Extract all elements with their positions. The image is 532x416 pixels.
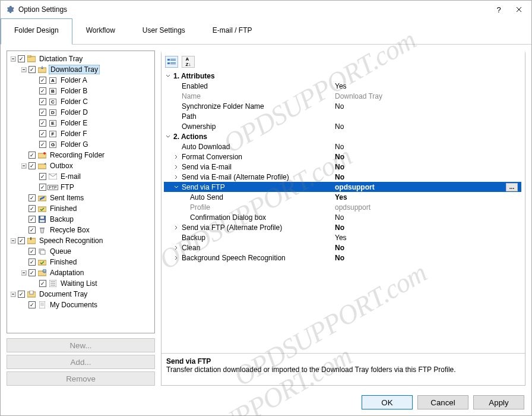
apply-button[interactable]: Apply [473,395,524,409]
property-value[interactable]: No [332,223,521,232]
help-button[interactable]: ? [489,2,509,17]
tree-item[interactable]: ✓My Documents [10,300,152,310]
property-row[interactable]: Auto DownloadNo [164,141,521,152]
property-value[interactable]: Download Tray [332,92,521,100]
property-value[interactable]: opdsupport... [332,183,521,191]
property-row[interactable]: OwnershipNo [164,121,521,131]
checkbox[interactable]: ✓ [28,162,36,169]
property-row[interactable]: Send via FTP (Alternate Profile)No [164,222,521,232]
property-value[interactable]: Yes [332,234,521,242]
property-row[interactable]: Send via E-mail (Alternate Profile)No [164,172,521,182]
chevron-right-icon[interactable] [172,174,180,181]
checkbox[interactable]: ✓ [28,259,36,266]
tree-item[interactable]: ✓Finished [10,257,152,267]
checkbox[interactable]: ✓ [18,237,25,244]
property-value[interactable]: No [332,153,521,161]
checkbox[interactable]: ✓ [28,248,36,255]
property-row[interactable]: Confirmation Dialog boxNo [164,212,521,222]
collapse-icon[interactable] [20,269,27,276]
property-row[interactable]: BackupYes [164,232,521,242]
property-row[interactable]: Format ConversionNo [164,152,521,162]
property-row[interactable]: Path [164,111,521,121]
checkbox[interactable]: ✓ [39,141,46,148]
checkbox[interactable]: ✓ [39,77,46,84]
property-row[interactable]: Synchronize Folder NameNo [164,101,521,111]
tree-item[interactable]: ✓GFolder G [10,139,152,150]
tree-item[interactable]: ✓Recording Folder [10,150,152,160]
property-row[interactable]: Background Speech RecognitionNo [164,253,521,263]
ellipsis-button[interactable]: ... [506,183,518,191]
collapse-icon[interactable] [10,55,17,62]
property-value[interactable]: No [332,122,521,131]
property-row[interactable]: Send via E-mailNo [164,162,521,172]
collapse-icon[interactable] [10,291,17,298]
chevron-right-icon[interactable] [172,224,180,231]
checkbox[interactable]: ✓ [39,87,46,94]
property-value[interactable]: No [332,254,521,262]
tree-item[interactable]: ✓BFolder B [10,86,152,96]
collapse-icon[interactable] [10,237,17,244]
property-category[interactable]: 1. Attributes [164,71,521,81]
property-value[interactable]: No [332,213,521,222]
property-value[interactable]: No [332,244,521,252]
tab-user-settings[interactable]: User Settings [129,18,199,44]
chevron-down-icon[interactable] [164,73,172,80]
collapse-icon[interactable] [20,162,27,169]
tree-item[interactable]: ✓Speech Recognition [10,235,152,246]
tree-item[interactable]: ✓Adaptation [10,267,152,278]
folder-tree[interactable]: ✓Dictation Tray✓Download Tray✓AFolder A✓… [7,51,155,333]
tree-item[interactable]: ✓Waiting List [10,278,152,289]
tab-workflow[interactable]: Workflow [72,18,129,44]
tree-item[interactable]: ✓E-mail [10,171,152,182]
checkbox[interactable]: ✓ [18,291,25,298]
tree-item[interactable]: ✓Recycle Box [10,225,152,235]
property-value[interactable]: No [332,102,521,111]
property-row[interactable]: Profileopdsupport [164,202,521,212]
checkbox[interactable]: ✓ [28,226,36,234]
property-row[interactable]: Auto SendYes [164,192,521,202]
property-value[interactable]: opdsupport [332,203,521,212]
property-value[interactable]: Yes [332,82,521,90]
tree-item[interactable]: ✓EFolder E [10,118,152,128]
property-row[interactable]: EnabledYes [164,81,521,91]
tree-item[interactable]: ✓AFolder A [10,75,152,86]
tree-item[interactable]: ✓Sent Items [10,193,152,203]
checkbox[interactable]: ✓ [39,119,46,127]
checkbox[interactable]: ✓ [28,66,36,73]
checkbox[interactable]: ✓ [39,98,46,105]
tree-item[interactable]: ✓Queue [10,246,152,257]
checkbox[interactable]: ✓ [18,55,25,62]
checkbox[interactable]: ✓ [28,269,36,276]
property-value[interactable]: No [332,173,521,181]
chevron-down-icon[interactable] [164,133,172,140]
chevron-right-icon[interactable] [172,163,180,171]
tree-item[interactable]: ✓CFolder C [10,96,152,107]
cancel-button[interactable]: Cancel [417,395,468,409]
tab-folder-design[interactable]: Folder Design [1,18,72,45]
property-value[interactable]: No [332,143,521,151]
tree-item[interactable]: ✓Dictation Tray [10,53,152,64]
tree-item[interactable]: ✓FFolder F [10,128,152,139]
chevron-right-icon[interactable] [172,254,180,261]
collapse-icon[interactable] [20,66,27,73]
tree-item[interactable]: ✓FTPFTP [10,182,152,193]
property-grid[interactable]: 1. AttributesEnabledYesNameDownload Tray… [162,70,525,353]
chevron-right-icon[interactable] [172,153,180,160]
checkbox[interactable]: ✓ [28,152,36,159]
checkbox[interactable]: ✓ [28,205,36,212]
checkbox[interactable]: ✓ [28,301,36,308]
checkbox[interactable]: ✓ [28,194,36,201]
chevron-down-icon[interactable] [172,184,180,191]
tab-email-ftp[interactable]: E-mail / FTP [199,18,266,44]
categorized-button[interactable] [165,56,178,68]
checkbox[interactable]: ✓ [39,280,46,287]
alphabetical-button[interactable]: AZ↓ [182,56,195,68]
property-value[interactable]: Yes [332,193,521,201]
property-row[interactable]: Send via FTPopdsupport... [164,182,521,192]
checkbox[interactable]: ✓ [39,184,46,191]
chevron-right-icon[interactable] [172,244,180,251]
tree-item[interactable]: ✓Outbox [10,160,152,171]
property-row[interactable]: CleanNo [164,242,521,253]
tree-item[interactable]: ✓DFolder D [10,107,152,118]
property-row[interactable]: NameDownload Tray [164,91,521,101]
